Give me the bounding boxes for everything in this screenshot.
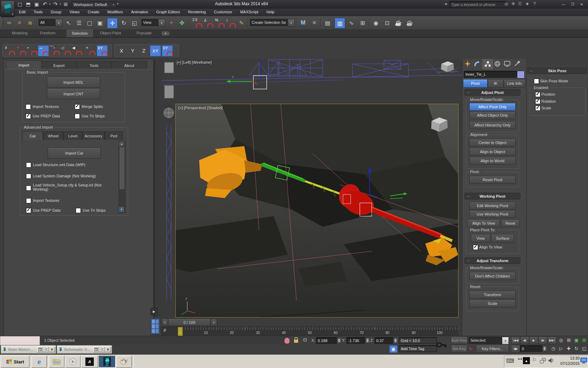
- play-button[interactable]: ▶: [529, 336, 538, 344]
- restore-button[interactable]: ❒: [568, 1, 577, 7]
- axis-y-button[interactable]: Y: [127, 45, 138, 56]
- z-coord-spinner[interactable]: [393, 337, 398, 344]
- align-to-view-button[interactable]: Align To View: [467, 219, 500, 227]
- show-desktop-icon[interactable]: [580, 357, 587, 364]
- snap-frozen-icon[interactable]: ✳: [85, 45, 95, 56]
- tray-flag-icon[interactable]: ⚐: [532, 357, 537, 363]
- rectangular-selection-region-icon[interactable]: ▢: [85, 18, 94, 28]
- selection-set-animation-caret[interactable]: [502, 337, 509, 345]
- tab-motion[interactable]: [493, 60, 502, 68]
- time-configuration-icon[interactable]: ◷: [550, 345, 557, 352]
- toolbar-dock-handle[interactable]: [1, 18, 3, 27]
- tray-expand-icon[interactable]: ▲▲: [517, 357, 522, 360]
- menu-create[interactable]: Create: [84, 9, 103, 15]
- set-key-button[interactable]: Set Key: [451, 345, 468, 353]
- adv-import-textures-checkbox[interactable]: [26, 198, 31, 203]
- wp-align-to-view-checkbox[interactable]: [473, 245, 478, 250]
- skin-pose-mode-checkbox[interactable]: [534, 79, 539, 84]
- ribbon-tab-modeling[interactable]: Modeling: [12, 31, 28, 35]
- menu-rendering[interactable]: Rendering: [184, 9, 209, 15]
- menu-customize[interactable]: Customize: [210, 9, 236, 15]
- minimize-button[interactable]: —: [559, 1, 568, 7]
- absolute-mode-icon[interactable]: ⊡: [303, 337, 307, 342]
- communication-icon[interactable]: ✣: [511, 1, 515, 6]
- edit-working-pivot-button[interactable]: Edit Working Pivot: [469, 202, 516, 210]
- snap-edge-icon[interactable]: ⎯▪: [38, 45, 49, 56]
- undo-icon[interactable]: ↶: [43, 1, 47, 7]
- clock[interactable]: 13:30 07/12/2015: [556, 356, 580, 366]
- time-slider-prev-button[interactable]: <: [162, 319, 168, 326]
- mini-curve-editor-icon[interactable]: ⇵: [163, 328, 166, 333]
- plugin-tab-about[interactable]: About: [111, 61, 147, 69]
- redo-icon[interactable]: ↷: [53, 1, 58, 7]
- select-and-move-icon[interactable]: ✛: [107, 18, 118, 28]
- align-to-object-button[interactable]: Align to Object: [469, 148, 516, 156]
- center-to-object-button[interactable]: Center to Object: [469, 139, 516, 146]
- snap-axis-constraint-icon[interactable]: XY: [97, 45, 108, 56]
- load-structure-checkbox[interactable]: [26, 162, 31, 168]
- trackbar-grid-button[interactable]: [150, 318, 160, 334]
- snap-midpoint-icon[interactable]: ⎺▫: [49, 45, 59, 56]
- snap-grid-icon[interactable]: #: [4, 45, 15, 56]
- perspective-viewport-label[interactable]: [+] [Perspective] [Shaded]: [178, 106, 223, 110]
- rendered-frame-window-icon[interactable]: ⊡: [382, 18, 392, 28]
- snap-pivot-icon[interactable]: ✦: [15, 45, 26, 56]
- axis-xy-button[interactable]: XY: [150, 45, 161, 56]
- previous-frame-button[interactable]: ◀|: [520, 336, 529, 344]
- select-and-scale-icon[interactable]: ◱: [130, 18, 139, 28]
- selection-lock-icon[interactable]: [294, 340, 298, 343]
- affect-hierarchy-only-button[interactable]: Affect Hierarchy Only: [469, 121, 516, 129]
- tray-app-icon[interactable]: ▲: [523, 357, 530, 364]
- selection-set-animation-dropdown[interactable]: Selected: [469, 337, 505, 344]
- render-setup-icon[interactable]: ◉: [371, 18, 381, 28]
- layer-manager-icon[interactable]: ▤: [323, 18, 332, 28]
- adv-scroll-up-button[interactable]: ▲: [119, 141, 124, 146]
- skin-pose-rollout[interactable]: − Skin Pose: [527, 67, 587, 74]
- auto-key-button[interactable]: Auto Key: [451, 336, 468, 344]
- tab-hierarchy[interactable]: [483, 59, 493, 69]
- adv-tab-accessory[interactable]: Accessory: [82, 131, 105, 140]
- key-mode-toggle-button[interactable]: ◀▶: [511, 345, 520, 353]
- link-info-button[interactable]: Link Info: [504, 79, 525, 88]
- search-icon[interactable]: ◎: [504, 1, 508, 6]
- subscription-key-icon[interactable]: ⚿: [518, 1, 522, 6]
- restore-window-icon[interactable]: ❒: [93, 347, 99, 352]
- menu-animation[interactable]: Animation: [127, 9, 152, 15]
- named-selection-set-dropdown[interactable]: Create Selection Se: [250, 19, 291, 26]
- snap-face-filled-icon[interactable]: ◀: [71, 45, 82, 56]
- workspace-dropdown[interactable]: Workspace: Default ▼: [72, 1, 117, 8]
- orbit-icon[interactable]: ↻: [573, 345, 580, 352]
- pan-icon[interactable]: ✚: [565, 345, 573, 352]
- adjust-transform-rollout[interactable]: − Adjust Transform: [464, 257, 520, 264]
- menu-group[interactable]: Group: [47, 9, 65, 15]
- close-button[interactable]: ✕: [578, 1, 586, 7]
- time-slider[interactable]: 0 / 100: [168, 319, 211, 326]
- next-frame-button[interactable]: |▶: [538, 336, 547, 344]
- affect-pivot-only-button[interactable]: Affect Pivot Only: [469, 103, 516, 111]
- wp-reset-button[interactable]: Reset: [501, 219, 520, 227]
- affect-object-only-button[interactable]: Affect Object Only: [469, 111, 516, 119]
- adjust-pivot-rollout[interactable]: − Adjust Pivot: [464, 89, 520, 96]
- load-system-damage-checkbox[interactable]: [26, 173, 31, 179]
- snap-face-icon[interactable]: ◁: [60, 45, 71, 56]
- adv-scrollbar[interactable]: ▲ ▼: [119, 141, 125, 213]
- field-of-view-icon[interactable]: ▷: [557, 345, 565, 352]
- taskbar-mediaplayer-button[interactable]: [65, 356, 80, 368]
- favorites-star-icon[interactable]: ★: [525, 1, 529, 6]
- ik-button[interactable]: IK: [488, 79, 504, 88]
- render-iterative-icon[interactable]: ☕: [405, 18, 414, 28]
- x-coord-field[interactable]: 0.188: [316, 337, 340, 344]
- select-and-manipulate-icon[interactable]: ✜: [177, 18, 187, 28]
- spinner-snap-icon[interactable]: ↕: [225, 18, 236, 28]
- window-crossing-icon[interactable]: ▣: [95, 18, 105, 28]
- time-tag-cube-icon[interactable]: ▣: [389, 345, 398, 353]
- edit-named-selection-sets-icon[interactable]: ✎: [237, 18, 246, 28]
- close-window-icon[interactable]: ×: [105, 347, 111, 352]
- menu-views[interactable]: Views: [66, 9, 83, 15]
- volume-icon[interactable]: [548, 357, 554, 363]
- redo-dropdown-icon[interactable]: ▼: [59, 3, 62, 5]
- project-folder-icon[interactable]: ⊞: [64, 1, 68, 7]
- add-time-tag[interactable]: Add Time Tag: [399, 345, 437, 352]
- undo-dropdown-icon[interactable]: ▼: [49, 3, 51, 5]
- ribbon-tab-object-paint[interactable]: Object Paint: [100, 31, 121, 35]
